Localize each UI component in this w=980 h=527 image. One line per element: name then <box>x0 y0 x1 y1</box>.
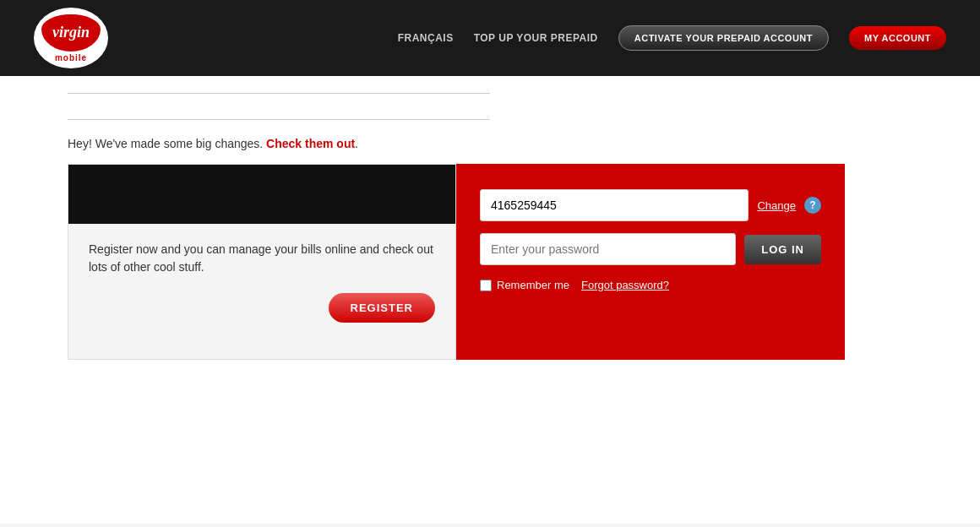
nav-topup[interactable]: TOP UP YOUR PREPAID <box>474 32 598 44</box>
logo-mobile-text: mobile <box>55 53 87 62</box>
logo-oval: virgin mobile <box>34 8 108 68</box>
register-button[interactable]: REGISTER <box>329 293 435 323</box>
change-link[interactable]: Change <box>757 199 796 212</box>
banner-image <box>68 165 455 224</box>
phone-input[interactable] <box>480 189 749 221</box>
nav: FRANÇAIS TOP UP YOUR PREPAID ACTIVATE YO… <box>398 25 946 51</box>
logo-inner: virgin mobile <box>41 14 101 62</box>
notice-text: Hey! We've made some big changes. Check … <box>68 137 912 150</box>
notice-end: . <box>355 137 358 150</box>
notice-static: Hey! We've made some big changes. <box>68 137 263 150</box>
main-content: Hey! We've made some big changes. Check … <box>0 76 980 524</box>
bottom-row: Remember me Forgot password? <box>480 279 821 291</box>
notice-link[interactable]: Check them out <box>266 137 355 150</box>
logo-virgin-text: virgin <box>52 24 90 41</box>
header: virgin mobile FRANÇAIS TOP UP YOUR PREPA… <box>0 0 980 76</box>
login-panel: Change ? LOG IN Remember me Forgot passw… <box>456 164 845 360</box>
password-row: LOG IN <box>480 233 821 265</box>
my-account-button[interactable]: MY ACCOUNT <box>849 26 946 50</box>
logo-virgin-shape: virgin <box>41 14 101 52</box>
register-description: Register now and you can manage your bil… <box>89 241 435 276</box>
remember-me-label: Remember me <box>480 279 569 291</box>
register-body: Register now and you can manage your bil… <box>68 224 455 359</box>
remember-me-checkbox[interactable] <box>480 280 492 291</box>
forgot-password-link[interactable]: Forgot password? <box>581 279 669 291</box>
divider-top <box>68 93 490 94</box>
help-icon[interactable]: ? <box>804 197 821 214</box>
activate-button[interactable]: ACTIVATE YOUR PREPAID ACCOUNT <box>618 25 829 51</box>
phone-row: Change ? <box>480 189 821 221</box>
logo: virgin mobile <box>34 8 108 68</box>
login-button[interactable]: LOG IN <box>744 235 821 264</box>
two-column-layout: Register now and you can manage your bil… <box>68 164 862 360</box>
remember-me-text: Remember me <box>497 279 569 291</box>
register-panel: Register now and you can manage your bil… <box>68 164 456 360</box>
password-input[interactable] <box>480 233 736 265</box>
divider-mid <box>68 119 490 120</box>
nav-francais[interactable]: FRANÇAIS <box>398 32 454 44</box>
